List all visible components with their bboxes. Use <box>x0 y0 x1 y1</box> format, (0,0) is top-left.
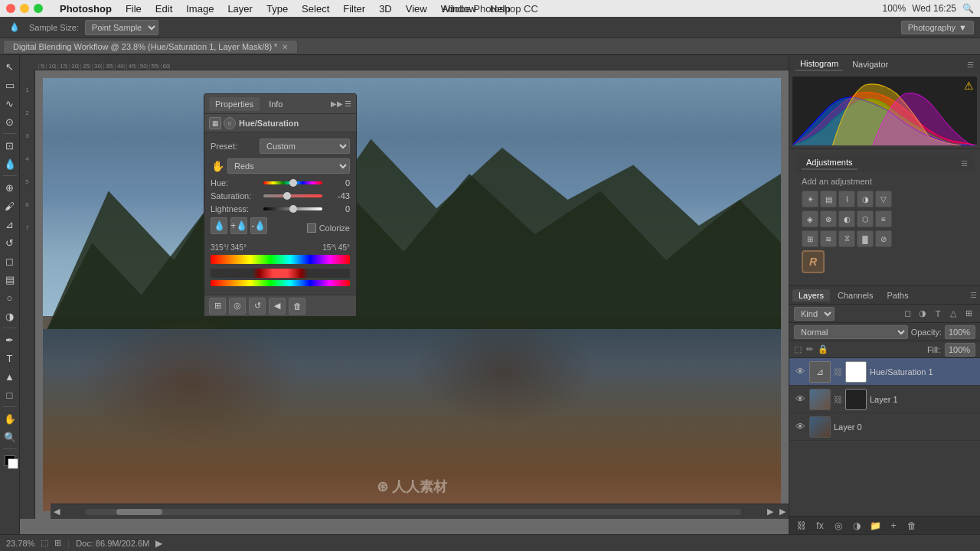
adjustment-filter-icon[interactable]: ◑ <box>916 307 929 321</box>
adj-bw-icon[interactable]: ◐ <box>838 210 855 227</box>
scroll-thumb[interactable] <box>116 509 162 515</box>
add-mask-button[interactable]: ◎ <box>831 518 846 533</box>
menu-filter[interactable]: Filter <box>337 2 371 16</box>
lightness-thumb[interactable] <box>289 205 297 213</box>
quick-selection-tool[interactable]: ⊙ <box>2 113 18 130</box>
create-group-button[interactable]: 📁 <box>867 518 883 533</box>
eyedropper-tool-left[interactable]: 💧 <box>2 155 18 172</box>
channels-tab[interactable]: Channels <box>831 289 879 302</box>
rectangular-marquee-tool[interactable]: ▭ <box>2 77 18 93</box>
crop-tool[interactable]: ⊡ <box>2 137 18 154</box>
hue-thumb[interactable] <box>289 179 297 187</box>
dodge-tool[interactable]: ◑ <box>2 308 18 324</box>
text-filter-icon[interactable]: T <box>931 307 945 321</box>
panel-options-icon[interactable]: ☰ <box>345 99 351 108</box>
channel-select[interactable]: Reds <box>227 158 350 174</box>
adj-huesat-icon[interactable]: ◈ <box>802 210 818 227</box>
adj-posterize-icon[interactable]: ≋ <box>820 230 837 247</box>
layer-item-hue-sat[interactable]: 👁 ⊿ ⛓ Hue/Saturation 1 <box>789 358 980 386</box>
adj-vibrance-icon[interactable]: ▽ <box>875 191 892 207</box>
status-arrow-right[interactable]: ▶ <box>155 538 162 549</box>
navigator-tab[interactable]: Navigator <box>848 58 893 70</box>
eyedrop-button-1[interactable]: 💧 <box>211 217 227 234</box>
layer-visibility-toggle-2[interactable]: 👁 <box>794 421 806 432</box>
lock-position-icon[interactable]: 🔒 <box>818 344 828 354</box>
adj-curves-icon[interactable]: ⌇ <box>838 191 855 207</box>
photo-canvas[interactable]: ⊛ 人人素材 Properties Info ▶▶ ☰ ▦ ○ <box>35 70 789 519</box>
adj-threshold-icon[interactable]: ⧖ <box>838 230 855 247</box>
history-brush-tool[interactable]: ↺ <box>2 234 18 251</box>
layers-menu-icon[interactable]: ☰ <box>970 291 977 299</box>
hand-tool[interactable]: ✋ <box>2 410 18 427</box>
brush-tool[interactable]: 🖌 <box>2 197 18 214</box>
document-tab[interactable]: Digital Blending Workflow @ 23.8% (Hue/S… <box>3 40 298 53</box>
zoom-tool[interactable]: 🔍 <box>2 429 18 445</box>
reset-button[interactable]: ↺ <box>249 298 266 315</box>
layers-filter-type-select[interactable]: Kind <box>794 307 835 321</box>
adj-gradientmap-icon[interactable]: ▓ <box>857 230 874 247</box>
clone-stamp-tool[interactable]: ⊿ <box>2 216 18 233</box>
adj-photofilter-icon[interactable]: ⬡ <box>857 210 874 227</box>
gradient-tool[interactable]: ▤ <box>2 271 18 288</box>
menu-select[interactable]: Select <box>296 2 335 16</box>
layer-item-0[interactable]: 👁 Layer 0 <box>789 413 980 441</box>
link-layers-button[interactable]: ⛓ <box>794 518 809 533</box>
create-layer-button[interactable]: + <box>886 518 901 533</box>
hand-tool-icon[interactable]: ✋ <box>211 159 224 173</box>
lightness-slider[interactable] <box>263 207 322 210</box>
lock-pixels-icon[interactable]: ✏ <box>806 344 813 354</box>
shape-filter-icon[interactable]: △ <box>946 307 960 321</box>
search-icon[interactable]: 🔍 <box>962 3 974 14</box>
colorize-checkbox[interactable] <box>307 223 316 233</box>
adj-invert-icon[interactable]: ⊞ <box>802 230 818 247</box>
menu-image[interactable]: Image <box>180 2 220 16</box>
panel-menu-icon[interactable]: ▶▶ <box>331 99 343 108</box>
eyedrop-button-2[interactable]: +💧 <box>230 217 247 234</box>
blend-mode-select[interactable]: Normal <box>794 325 908 339</box>
delete-button[interactable]: 🗑 <box>289 298 305 315</box>
menu-layer[interactable]: Layer <box>221 2 259 16</box>
paths-tab[interactable]: Paths <box>881 289 915 302</box>
canvas-scrollbar-horizontal[interactable]: ◀ ▶ ▶ <box>51 504 789 519</box>
eyedrop-button-3[interactable]: -💧 <box>250 217 267 234</box>
create-adjustment-button[interactable]: ◑ <box>849 518 864 533</box>
adj-exposure-icon[interactable]: ◑ <box>857 191 874 207</box>
saturation-thumb[interactable] <box>283 192 291 200</box>
eraser-tool[interactable]: ◻ <box>2 253 18 269</box>
layer-item-1[interactable]: 👁 ⛓ Layer 1 <box>789 386 980 413</box>
sample-size-select[interactable]: Point Sample <box>85 20 158 35</box>
preset-select[interactable]: Custom <box>260 139 350 154</box>
workspace-selector[interactable]: Photography ▼ <box>901 21 974 34</box>
healing-brush-tool[interactable]: ⊕ <box>2 179 18 196</box>
maximize-button[interactable] <box>34 4 43 13</box>
layer-name-2[interactable]: Layer 0 <box>834 422 975 432</box>
layer-name-1[interactable]: Layer 1 <box>870 395 975 404</box>
visibility-button[interactable]: ◎ <box>229 298 246 315</box>
scroll-left-arrow[interactable]: ◀ <box>51 507 63 517</box>
text-tool[interactable]: T <box>2 350 18 367</box>
smart-filter-icon[interactable]: ⊞ <box>962 307 975 321</box>
adj-selectivecolor-icon[interactable]: ⊘ <box>875 230 892 247</box>
foreground-color[interactable] <box>2 452 18 469</box>
layer-name-0[interactable]: Hue/Saturation 1 <box>870 367 975 377</box>
menu-photoshop[interactable]: Photoshop <box>54 2 118 16</box>
properties-tab[interactable]: Properties <box>209 97 260 111</box>
doc-close-button[interactable]: ✕ <box>282 43 288 51</box>
layers-tab[interactable]: Layers <box>792 289 830 302</box>
menu-3d[interactable]: 3D <box>373 2 398 16</box>
info-tab[interactable]: Info <box>263 97 289 111</box>
fill-input[interactable] <box>945 343 975 357</box>
lasso-tool[interactable]: ∿ <box>2 95 18 112</box>
minimize-button[interactable] <box>20 4 29 13</box>
adj-channelmixer-icon[interactable]: ≡ <box>875 210 892 227</box>
layer-visibility-toggle-0[interactable]: 👁 <box>794 366 806 377</box>
delete-layer-button[interactable]: 🗑 <box>904 518 920 533</box>
lock-transparent-icon[interactable]: ⬚ <box>794 344 802 354</box>
menu-type[interactable]: Type <box>260 2 294 16</box>
blur-tool[interactable]: ○ <box>2 289 18 306</box>
add-layer-style-button[interactable]: fx <box>812 518 828 533</box>
pixel-filter-icon[interactable]: ◻ <box>900 307 914 321</box>
layer-visibility-toggle-1[interactable]: 👁 <box>794 393 806 405</box>
eyedropper-tool[interactable]: 💧 <box>6 19 23 36</box>
shape-tool[interactable]: □ <box>2 386 18 403</box>
